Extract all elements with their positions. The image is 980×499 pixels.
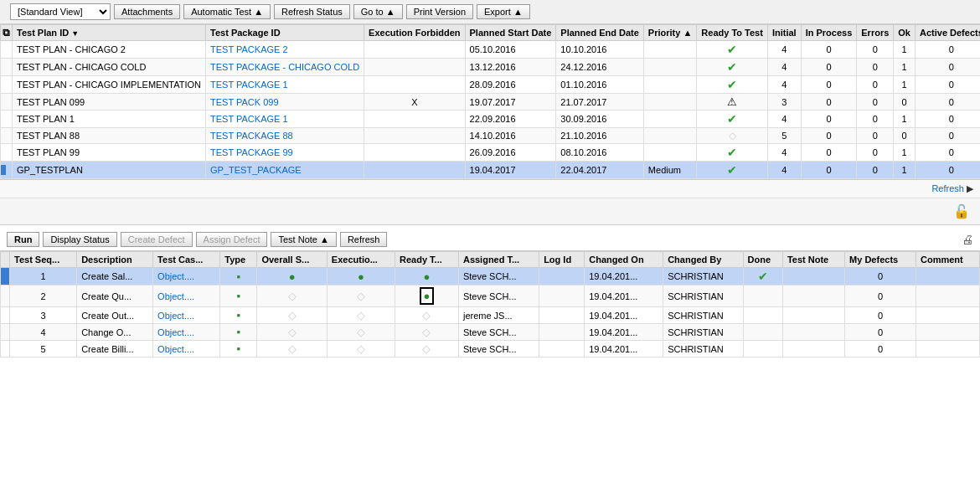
test-case[interactable]: Object.... xyxy=(153,341,220,358)
col-ok[interactable]: Ok xyxy=(894,25,916,41)
print-icon[interactable]: 🖨 xyxy=(962,233,973,246)
test-case[interactable]: Object.... xyxy=(153,307,220,324)
end-date: 30.09.2016 xyxy=(556,111,644,128)
ready-diamond-icon: ◇ xyxy=(729,130,736,141)
col-changed-by[interactable]: Changed By xyxy=(663,252,743,268)
list-item[interactable]: 1 Create Sal... Object.... ▪ ● ● ● Steve… xyxy=(1,268,980,286)
col-changed-on[interactable]: Changed On xyxy=(585,252,663,268)
refresh-status-button[interactable]: Refresh Status xyxy=(274,4,350,19)
active-defects: 0 xyxy=(915,76,980,94)
table-row[interactable]: TEST PLAN - CHICAGO 2 TEST PACKAGE 2 05.… xyxy=(1,41,981,59)
table-row[interactable]: TEST PLAN - CHICAGO COLD TEST PACKAGE - … xyxy=(1,59,981,76)
exec-icon: ◇ xyxy=(357,326,365,338)
col-desc[interactable]: Description xyxy=(77,252,153,268)
col-log[interactable]: Log Id xyxy=(539,252,585,268)
list-item[interactable]: 5 Create Billi... Object.... ▪ ◇ ◇ ◇ Ste… xyxy=(1,341,980,358)
table-row[interactable]: TEST PLAN 099 TEST PACK 099 X 19.07.2017… xyxy=(1,94,981,111)
col-execution[interactable]: Executio... xyxy=(327,252,395,268)
forbidden xyxy=(364,144,465,162)
package-id[interactable]: TEST PACKAGE 1 xyxy=(206,111,364,128)
row-indicator xyxy=(1,144,13,162)
package-id[interactable]: TEST PACKAGE 1 xyxy=(206,76,364,94)
attachments-button[interactable]: Attachments xyxy=(114,4,180,19)
action-bar: Run Display Status Create Defect Assign … xyxy=(0,229,980,251)
test-case[interactable]: Object.... xyxy=(153,324,220,341)
col-active-defects[interactable]: Active Defects xyxy=(915,25,980,41)
list-item[interactable]: 4 Change O... Object.... ▪ ◇ ◇ ◇ Steve S… xyxy=(1,324,980,341)
col-my-defects[interactable]: My Defects xyxy=(845,252,916,268)
ready-status: ◇ xyxy=(395,307,459,324)
package-id[interactable]: TEST PACKAGE 2 xyxy=(206,41,364,59)
table-row[interactable]: TEST PLAN 1 TEST PACKAGE 1 22.09.2016 30… xyxy=(1,111,981,128)
table-row[interactable]: GP_TESTPLAN GP_TEST_PACKAGE 19.04.2017 2… xyxy=(1,162,981,179)
col-assigned[interactable]: Assigned T... xyxy=(458,252,539,268)
assign-defect-button[interactable]: Assign Defect xyxy=(196,232,268,247)
col-overall[interactable]: Overall S... xyxy=(257,252,327,268)
description: Create Sal... xyxy=(77,268,153,286)
package-id[interactable]: TEST PACKAGE 99 xyxy=(206,144,364,162)
list-item[interactable]: 2 Create Qu... Object.... ▪ ◇ ◇ ● Steve … xyxy=(1,286,980,307)
row-indicator xyxy=(1,162,13,179)
start-date: 28.09.2016 xyxy=(465,76,556,94)
forbidden: X xyxy=(364,94,465,111)
forbidden xyxy=(364,59,465,76)
ready-check-icon: ✔ xyxy=(727,60,737,74)
seq-num: 2 xyxy=(10,286,77,307)
type-icon: ▪ xyxy=(237,309,241,322)
ready-check-icon: ✔ xyxy=(727,146,737,159)
export-button[interactable]: Export ▲ xyxy=(477,4,530,19)
test-note-cell xyxy=(782,286,844,307)
package-id[interactable]: GP_TEST_PACKAGE xyxy=(206,162,364,179)
refresh-link[interactable]: Refresh xyxy=(931,183,964,193)
ready-to-test: ✔ xyxy=(697,59,768,76)
col-case[interactable]: Test Cas... xyxy=(153,252,220,268)
package-id[interactable]: TEST PACKAGE 88 xyxy=(206,128,364,144)
refresh-button[interactable]: Refresh xyxy=(340,232,388,247)
test-note-cell xyxy=(782,268,844,286)
col-initial[interactable]: Initial xyxy=(767,25,801,41)
print-version-button[interactable]: Print Version xyxy=(406,4,473,19)
comment xyxy=(916,268,980,286)
goto-button[interactable]: Go to ▲ xyxy=(353,4,403,19)
col-comment[interactable]: Comment xyxy=(916,252,980,268)
table-row[interactable]: TEST PLAN 99 TEST PACKAGE 99 26.09.2016 … xyxy=(1,144,981,162)
create-defect-button[interactable]: Create Defect xyxy=(121,232,193,247)
col-execution-forbidden[interactable]: Execution Forbidden xyxy=(364,25,465,41)
seq-num: 3 xyxy=(10,307,77,324)
col-seq[interactable]: Test Seq... xyxy=(10,252,77,268)
details-section: 🔓 xyxy=(0,198,980,225)
col-ready-t[interactable]: Ready T... xyxy=(395,252,459,268)
ready-icon: ◇ xyxy=(422,309,431,322)
col-type[interactable]: Type xyxy=(220,252,257,268)
package-id[interactable]: TEST PACKAGE - CHICAGO COLD xyxy=(206,59,364,76)
col-test-plan-id[interactable]: Test Plan ID ▼ xyxy=(13,25,206,41)
col-test-note[interactable]: Test Note xyxy=(782,252,844,268)
col-errors[interactable]: Errors xyxy=(857,25,894,41)
in-process: 0 xyxy=(801,59,857,76)
col-planned-start[interactable]: Planned Start Date xyxy=(465,25,556,41)
list-item[interactable]: 3 Create Out... Object.... ▪ ◇ ◇ ◇ jerem… xyxy=(1,307,980,324)
col-ready[interactable]: Ready To Test xyxy=(697,25,768,41)
package-id[interactable]: TEST PACK 099 xyxy=(206,94,364,111)
plan-id: TEST PLAN 099 xyxy=(13,94,206,111)
test-case[interactable]: Object.... xyxy=(153,268,220,286)
test-note-button[interactable]: Test Note ▲ xyxy=(271,232,336,247)
my-defects: 0 xyxy=(845,286,916,307)
col-test-package-id[interactable]: Test Package ID xyxy=(206,25,364,41)
row-indicator xyxy=(1,111,13,128)
table-row[interactable]: TEST PLAN - CHICAGO IMPLEMENTATION TEST … xyxy=(1,76,981,94)
overall-status: ◇ xyxy=(257,307,327,324)
display-status-button[interactable]: Display Status xyxy=(43,232,116,247)
col-in-process[interactable]: In Process xyxy=(801,25,857,41)
execution-lock-section: 🔓 xyxy=(953,203,970,219)
view-select[interactable]: [Standard View] xyxy=(10,3,111,20)
active-defects: 0 xyxy=(915,41,980,59)
table-row[interactable]: TEST PLAN 88 TEST PACKAGE 88 14.10.2016 … xyxy=(1,128,981,144)
automatic-test-button[interactable]: Automatic Test ▲ xyxy=(183,4,271,19)
col-planned-end[interactable]: Planned End Date xyxy=(556,25,644,41)
col-priority[interactable]: Priority ▲ xyxy=(643,25,696,41)
start-date: 22.09.2016 xyxy=(465,111,556,128)
col-done[interactable]: Done xyxy=(743,252,782,268)
test-case[interactable]: Object.... xyxy=(153,286,220,307)
run-button[interactable]: Run xyxy=(7,232,39,247)
